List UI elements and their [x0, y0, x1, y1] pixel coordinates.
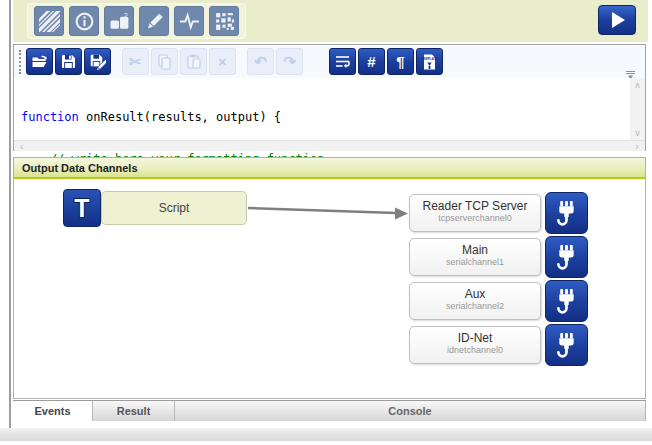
channel-subtitle: idnetchannel0: [410, 345, 540, 356]
layout-panels-icon[interactable]: 2: [104, 6, 134, 36]
copy-icon: [151, 48, 178, 75]
channel-subtitle: serialchannel1: [410, 257, 540, 268]
redo-icon: ↷: [276, 48, 303, 75]
scroll-right-icon[interactable]: ›: [635, 142, 639, 151]
scroll-up-icon[interactable]: ∧: [634, 80, 641, 90]
play-icon: [612, 12, 625, 28]
script-editor-panel: ✂ × ↶ ↷ # ¶: [13, 44, 646, 151]
scroll-down-icon[interactable]: ∨: [634, 128, 641, 138]
edit-pencil-icon[interactable]: [139, 6, 169, 36]
signal-pulse-icon[interactable]: [174, 6, 204, 36]
panels-badge: 2: [123, 11, 127, 20]
template-button[interactable]: TEMPLATE: [416, 48, 443, 75]
channel-subtitle: serialchannel2: [410, 301, 540, 312]
output-data-channels-panel: Output Data Channels T Script Reader TCP…: [13, 157, 646, 399]
code-line-1: function onResult(results, output) {: [21, 110, 645, 124]
info-icon[interactable]: [69, 6, 99, 36]
run-script-button[interactable]: [598, 5, 636, 35]
save-button[interactable]: [55, 48, 82, 75]
top-toolbar: 2: [13, 0, 648, 42]
channel-title: Main: [410, 243, 540, 257]
matrix-code-icon[interactable]: [209, 6, 239, 36]
open-file-button[interactable]: [26, 48, 53, 75]
connection-arrow: [248, 203, 410, 221]
plug-icon: [555, 244, 578, 271]
editor-horizontal-scrollbar[interactable]: ‹ ›: [14, 140, 645, 151]
editor-vertical-scrollbar[interactable]: ∧ ∨: [630, 78, 645, 140]
channel-node-reader-tcp-server[interactable]: Reader TCP Server tcpserverchannel0: [409, 194, 541, 232]
script-node-icon[interactable]: T: [63, 189, 101, 227]
save-as-button[interactable]: [84, 48, 111, 75]
connect-button-main[interactable]: [545, 236, 588, 278]
channel-title: ID-Net: [410, 331, 540, 345]
left-splitter[interactable]: [9, 0, 11, 428]
mode-icon-tray: 2: [27, 3, 246, 39]
bottom-tab-bar: Events Result Console: [13, 400, 646, 421]
window-bottom-edge: [0, 428, 652, 441]
panel-title: Output Data Channels: [14, 158, 645, 179]
word-wrap-button[interactable]: [329, 48, 356, 75]
plug-icon: [555, 288, 578, 315]
channel-title: Aux: [410, 287, 540, 301]
script-node[interactable]: Script: [101, 191, 247, 225]
code-editor[interactable]: function onResult(results, output) { // …: [14, 78, 645, 140]
channel-node-aux[interactable]: Aux serialchannel2: [409, 282, 541, 320]
undo-icon: ↶: [247, 48, 274, 75]
tab-result[interactable]: Result: [93, 401, 175, 421]
channel-title: Reader TCP Server: [410, 199, 540, 213]
barcode-icon[interactable]: [34, 6, 64, 36]
show-paragraph-marks-button[interactable]: ¶: [387, 48, 414, 75]
paste-icon: [180, 48, 207, 75]
scroll-left-icon[interactable]: ‹: [20, 142, 24, 151]
template-icon-label: TEMPLATE: [422, 57, 438, 61]
toolbar-grip[interactable]: [19, 50, 22, 74]
line-numbers-button[interactable]: #: [358, 48, 385, 75]
delete-icon: ×: [209, 48, 236, 75]
tab-console[interactable]: Console: [175, 401, 645, 421]
editor-toolbar: ✂ × ↶ ↷ # ¶: [14, 45, 645, 78]
connect-button-aux[interactable]: [545, 280, 588, 322]
script-editor-window: 2: [0, 0, 652, 445]
plug-icon: [555, 200, 578, 227]
cut-icon: ✂: [122, 48, 149, 75]
connect-button-reader-tcp-server[interactable]: [545, 192, 588, 234]
tab-events[interactable]: Events: [13, 401, 93, 421]
plug-icon: [555, 332, 578, 359]
channel-node-id-net[interactable]: ID-Net idnetchannel0: [409, 326, 541, 364]
connect-button-id-net[interactable]: [545, 324, 588, 366]
channel-subtitle: tcpserverchannel0: [410, 213, 540, 224]
channel-node-main[interactable]: Main serialchannel1: [409, 238, 541, 276]
